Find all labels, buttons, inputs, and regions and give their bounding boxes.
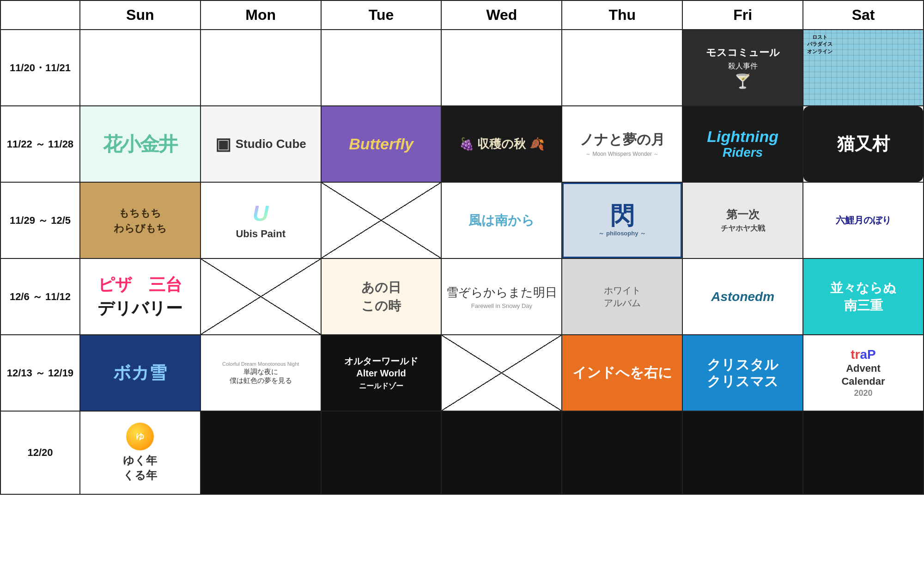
cell-butterfly[interactable]: Butterfly: [321, 106, 442, 182]
cross-overlay2: [201, 259, 321, 334]
hanakogane-content: 花小金井: [80, 106, 200, 182]
cell-astonedm[interactable]: Astonedm: [682, 258, 803, 335]
tandaina-sub: Colorful Dream Monotonous Night: [222, 361, 299, 367]
india-text: インドへを右に: [572, 363, 672, 382]
rokurigatsuki-content: 六鯉月のぼり: [803, 183, 923, 258]
shukaku-content: 🍇 収穫の秋 🍂: [442, 106, 561, 182]
cross-r4-mon: [201, 259, 321, 334]
cell-cross-r4-mon: [201, 258, 321, 335]
yukizora-content: 雪ぞらからまた明日 Farewell in Snowy Day: [442, 259, 561, 334]
date-row3: 11/29 ～ 12/5: [0, 182, 80, 258]
ubis-logo: U: [253, 201, 269, 226]
cell-pizza[interactable]: ピザ 三台 デリバリー: [80, 258, 201, 335]
cross-content: [322, 183, 441, 258]
date-row2: 11/22 ～ 11/28: [0, 106, 80, 182]
trap-advent-content: traP Advent Calendar 2020: [803, 335, 923, 411]
lightning-text: Lightning Riders: [707, 128, 778, 160]
cell-black-5: [562, 411, 682, 494]
butterfly-text: Butterfly: [349, 135, 413, 153]
daiichisei-content: 第一次 チヤホヤ大戦: [683, 183, 802, 258]
cross-r5-wed: [442, 335, 561, 411]
tandaina-content: Colorful Dream Monotonous Night 単調な夜に僕は虹…: [201, 335, 321, 411]
yukizora-main: 雪ぞらからまた明日: [446, 284, 557, 301]
cell-mosco[interactable]: モスコミュール 殺人事件 🍸: [682, 30, 803, 106]
cell-r1-wed: [441, 30, 562, 106]
cell-black-2: [201, 411, 321, 494]
lp-content: ロストパラダイスオンライン: [803, 30, 923, 105]
yukizora-sub: Farewell in Snowy Day: [471, 302, 532, 309]
tandaina-main: 単調な夜に僕は虹色の夢を見る: [230, 368, 292, 385]
mosco-content: モスコミュール 殺人事件 🍸: [683, 30, 802, 105]
cross-overlay: [322, 183, 441, 258]
cell-nona[interactable]: ノナと夢の月 ～ Moon Whispers Wonder ～: [562, 106, 682, 182]
cross-overlay3: [442, 335, 561, 411]
cell-black-7: [803, 411, 924, 494]
cell-shiroi[interactable]: ホワイトアルバム: [562, 258, 682, 335]
cell-india[interactable]: インドへを右に: [562, 335, 682, 411]
minamimiie-content: 並々ならぬ南三重: [803, 259, 923, 334]
shiroi-text: ホワイトアルバム: [604, 284, 641, 309]
cell-hanakogane[interactable]: 花小金井: [80, 106, 201, 182]
cell-ubis[interactable]: U Ubis Paint: [201, 182, 321, 258]
cell-kaze[interactable]: 風は南から: [441, 182, 562, 258]
trap-advent-logo: traP: [851, 348, 876, 362]
date-row5: 12/13 ～ 12/19: [0, 335, 80, 411]
kaze-text: 風は南から: [468, 212, 535, 229]
cell-philosophy[interactable]: 閃 ～ philosophy ～: [562, 182, 682, 258]
cell-tandaina[interactable]: Colorful Dream Monotonous Night 単調な夜に僕は虹…: [201, 335, 321, 411]
cell-black-4: [441, 411, 562, 494]
header-empty: [0, 0, 80, 30]
cell-studio-cube[interactable]: ▣ Studio Cube: [201, 106, 321, 182]
header-sun: Sun: [80, 0, 201, 30]
anohikono-content: あの日この時: [322, 259, 441, 334]
alter-content: オルターワールドAlter Worldニールドゾー: [322, 335, 441, 411]
pizza-line2: デリバリー: [97, 297, 182, 320]
cell-bokayuki[interactable]: ボカ雪: [80, 335, 201, 411]
daiichisei-text1: 第一次: [726, 207, 760, 222]
ubis-content: U Ubis Paint: [201, 183, 321, 258]
cell-minamimiie[interactable]: 並々ならぬ南三重: [803, 258, 924, 335]
date-row4: 12/6 ～ 11/12: [0, 258, 80, 335]
cell-black-6: [682, 411, 803, 494]
date-row1: 11/20・11/21: [0, 30, 80, 106]
cell-r1-mon: [201, 30, 321, 106]
minamimiie-text: 並々ならぬ南三重: [830, 279, 896, 314]
cell-yukizora[interactable]: 雪ぞらからまた明日 Farewell in Snowy Day: [441, 258, 562, 335]
studio-cube-icon: ▣: [215, 135, 231, 154]
header-wed: Wed: [441, 0, 562, 30]
nona-main: ノナと夢の月: [580, 130, 665, 149]
trap-advent-year: 2020: [854, 388, 873, 398]
header-mon: Mon: [201, 0, 321, 30]
rokurigatsuki-text: 六鯉月のぼり: [836, 214, 891, 227]
warabi-text: もちもちわらびもち: [114, 205, 167, 236]
cell-r1-tue: [321, 30, 442, 106]
shiroi-content: ホワイトアルバム: [562, 259, 682, 334]
cell-lightning[interactable]: Lightning Riders: [682, 106, 803, 182]
butterfly-content: Butterfly: [322, 106, 441, 182]
cell-trap-advent[interactable]: traP Advent Calendar 2020: [803, 335, 924, 411]
cell-yukuru[interactable]: ゆ ゆく年くる年: [80, 411, 201, 494]
bokayuki-text: ボカ雪: [113, 361, 167, 385]
cell-black-3: [321, 411, 442, 494]
yukuru-content: ゆ ゆく年くる年: [80, 412, 200, 494]
cell-nekomata[interactable]: 猫又村: [803, 106, 924, 182]
cell-daiichisei[interactable]: 第一次 チヤホヤ大戦: [682, 182, 803, 258]
cell-alter[interactable]: オルターワールドAlter Worldニールドゾー: [321, 335, 442, 411]
studio-cube-text: Studio Cube: [236, 137, 306, 151]
trap-advent-label: Advent: [846, 363, 881, 375]
cell-warabi[interactable]: もちもちわらびもち: [80, 182, 201, 258]
nona-content: ノナと夢の月 ～ Moon Whispers Wonder ～: [562, 106, 682, 182]
lightning-content: Lightning Riders: [683, 106, 802, 182]
cell-shukaku[interactable]: 🍇 収穫の秋 🍂: [441, 106, 562, 182]
cell-crystal[interactable]: クリスタルクリスマス: [682, 335, 803, 411]
india-content: インドへを右に: [562, 335, 682, 411]
cell-cross-r5-wed: [441, 335, 562, 411]
cell-anohikono[interactable]: あの日この時: [321, 258, 442, 335]
cell-rokurigatsuki[interactable]: 六鯉月のぼり: [803, 182, 924, 258]
cell-lost-paradise[interactable]: ロストパラダイスオンライン: [803, 30, 924, 106]
date-row6: 12/20: [0, 411, 80, 494]
astonedm-text: Astonedm: [711, 289, 774, 304]
philosophy-kanji: 閃: [610, 203, 634, 227]
cell-r1-thu: [562, 30, 682, 106]
nekomata-content: 猫又村: [803, 106, 923, 182]
